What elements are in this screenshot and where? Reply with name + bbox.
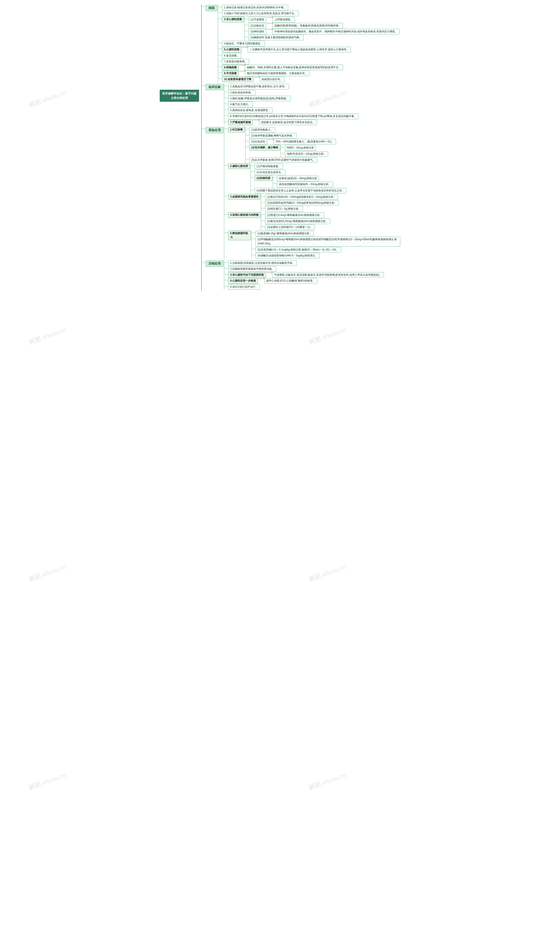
bingyin-3-4: (4)胸腹张性:迅速大量排除胸腔积液或气胸。 <box>245 35 400 40</box>
jiji-item-1: 1.纠正缺氧 (1)面罩纯氧吸入。 (2)保持呼吸道通畅,稀释气道水肿液。 <box>224 127 400 163</box>
watermark-1: 树图 shutu.cn <box>28 88 68 109</box>
houji-item-3: 3.非心源性可由下列原因所致 气道梗阻,过敏反应,返流误吸,败血症,多器官功能衰… <box>224 272 384 278</box>
bingyin-item-3: 3.非心源性因素 (1)气道梗阻 <box>218 17 400 40</box>
bingyin-item-10: 10.血浆胶体渗透压下降 如低蛋白血症等。 <box>218 77 400 82</box>
bingyin-3-2: (2)过敏反应 盐酸锌固(肼苯哒嗪)、双氯氮䓬(双氯克尿塞)等药物所致。 <box>245 23 400 28</box>
section-bingyin-row: 病因 1.液体过多:输液过多或过快,机体水排除障碍,水中毒。 2.高龄(>70岁… <box>202 5 400 82</box>
bingyin-item-9: 9.手术因素 腹压突然解除如巨大腹腔肿瘤摘除、大量放腹水等。 <box>218 71 400 76</box>
jiji-item-2: 2.减轻心脏负荷 (1)严格控制输液量。 (2)头高足低位或坐位。 <box>224 163 400 194</box>
section-bingyin: 病因 1.液体过多:输液过多或过快,机体水排除障碍,水中毒。 2.高龄(>70岁… <box>206 5 400 82</box>
section-linchuang-row: 临床征象 1.低氧血症与呼吸短促中毒,皮肤苍白,出汗,发绀。 2.粉红色泡沫样痰… <box>202 83 400 125</box>
linchuang-item-5: 5.两肺弥发音,哮鸣音,布满湿啰音。 <box>224 108 358 113</box>
linchuang-item-7: 7.严重者循环衰竭 四肢厥冷,皮肤细湿,血压明显下降呈休克状态。 <box>224 120 358 125</box>
houji-item-5: 5.送ICU进行监护治疗。 <box>224 284 384 290</box>
section-linchuang: 临床征象 1.低氧血症与呼吸短促中毒,皮肤苍白,出汗,发绀。 2.粉红色泡沫样痰… <box>206 83 358 125</box>
label-bingyin: 病因 <box>206 5 217 11</box>
bingyin-item-1: 1.液体过多:输液过多或过快,机体水排除障碍,水中毒。 <box>218 5 400 10</box>
mindmap-area: 病因 1.液体过多:输液过多或过快,机体水排除障碍,水中毒。 2.高龄(>70岁… <box>201 5 400 291</box>
bingyin-item-8: 8.药物因素 硫酸锌、吗啡,并用药过量,吸入不纯氧化亚氮,新苯的明及受体阻滞剂的… <box>218 65 400 70</box>
linchuang-item-3: 3.胸闷,咳嗽,呼吸道出现呼吸急促(浅快),呼吸困难。 <box>224 96 358 101</box>
jiji-item-4: 4.加强心脏收缩力的药物 (1)西地兰0.4mg+葡萄糖液20ml,静脉缓慢注射… <box>224 212 400 230</box>
linchuang-item-4: 4.吸气压力增大。 <box>224 102 358 107</box>
section-houji: 后续处理 1.去除病因,控制感染,注意热量补充,维持水电解质平衡。 2.回顾检查… <box>206 260 384 290</box>
label-houji: 后续处理 <box>206 260 223 267</box>
bingyin-item-6: 6.返流误吸。 <box>218 53 400 58</box>
hline-bingyin <box>202 6 206 7</box>
section-jiji: 紧急处理 1.纠正缺氧 (1)面罩纯氧吸入。 <box>206 127 400 259</box>
section-jiji-row: 紧急处理 1.纠正缺氧 (1)面罩纯氧吸入。 <box>202 127 400 259</box>
bingyin-item-7: 7.多脏器功能衰竭。 <box>218 59 400 64</box>
bingyin-item-2: 2.高龄(>70岁)或新生儿及小儿心血管疾病,高血压,肾功能不全。 <box>218 11 400 16</box>
linchuang-item-6: 6.早期PaO2及PaCO2降低或正常,pH基本正常,中晚期则PaO2及PaCO… <box>224 114 358 119</box>
houji-item-2: 2.回顾检查围术期液体平衡和肾功能。 <box>224 266 384 272</box>
bingyin-item-4: 4.败血症、严重革兰阴性菌感染。 <box>218 41 400 46</box>
bingyin-3-1: (1)气道梗阻 上呼吸道梗阻。 <box>245 17 400 22</box>
bingyin-item-5: 5.心源性因素 二尖瓣狭窄及闭锁不全,左心室功能下降如心肌缺血或梗死,心律失常,… <box>218 47 400 52</box>
linchuang-item-2: 2.粉红色泡沫样痰。 <box>224 90 358 95</box>
bingyin-3-3: (3)神经源性 中枢神经系统损伤如脑损伤、脑血管意外、颅肿瘤等;中枢交感神经兴奋… <box>245 29 400 34</box>
page-container: 医学麻醉学知识：棘手问题之肺水肿处理 病因 1.液体过多:输液过多或过快,机体水… <box>160 5 400 291</box>
houji-item-4: 4.心源性应进一步检查 超声心动图,ECG,心肌酶谱,胸部X线检查。 <box>224 278 384 283</box>
label-jiji: 紧急处理 <box>206 127 223 133</box>
linchuang-item-1: 1.低氧血症与呼吸短促中毒,皮肤苍白,出汗,发绀。 <box>224 84 358 89</box>
houji-item-1: 1.去除病因,控制感染,注意热量补充,维持水电解质平衡。 <box>224 260 384 266</box>
page-title: 医学麻醉学知识：棘手问题之肺水肿处理 <box>160 90 199 102</box>
jiji-item-5: 5.降低肺循环阻力 (1)氨茶碱0.25g+葡萄糖液20ml,静脉缓慢注射。 (… <box>224 231 400 259</box>
jiji-item-3: 3.改善肺毛细血管通透性 (1)氢化可的松100～200mg或地塞米松5～10m… <box>224 194 400 212</box>
label-linchuang: 临床征象 <box>206 84 223 90</box>
section-houji-row: 后续处理 1.去除病因,控制感染,注意热量补充,维持水电解质平衡。 2.回顾检查… <box>202 260 400 290</box>
